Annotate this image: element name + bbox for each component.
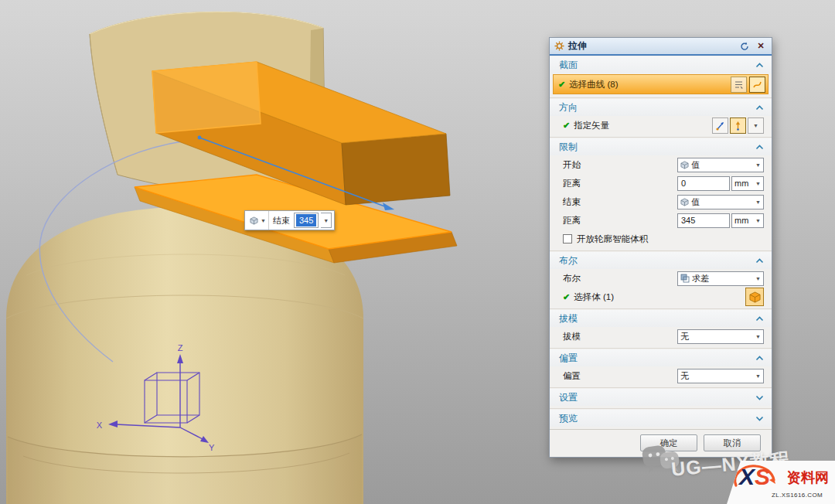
vector-options-dropdown[interactable]: ▼	[748, 117, 764, 134]
subtract-icon	[680, 274, 690, 283]
direction-header-label: 方向	[559, 101, 578, 114]
end-distance-row: 距离 345 mm ▼	[550, 211, 772, 230]
boolean-dropdown[interactable]: 求差 ▼	[677, 271, 764, 286]
selection-list-icon[interactable]	[731, 77, 747, 93]
offset-label: 偏置	[563, 370, 581, 382]
end-unit-value: mm	[734, 216, 748, 225]
select-body-label: 选择体 (1)	[574, 291, 614, 303]
end-distance-field[interactable]: 345	[677, 213, 730, 228]
end-type-value: 值	[691, 196, 700, 208]
reset-icon[interactable]	[738, 40, 751, 53]
dropdown-caret-icon: ▼	[753, 123, 758, 128]
section-header-label: 截面	[559, 59, 578, 72]
draft-type-row: 拔模 无 ▼	[550, 327, 772, 346]
select-body-row: ✔ 选择体 (1)	[550, 288, 772, 306]
chevron-up-icon	[755, 356, 764, 361]
settings-header[interactable]: 设置	[550, 389, 772, 406]
solid-body-icon	[749, 291, 761, 303]
group-boolean: 布尔 布尔 求差 ▼	[550, 251, 772, 309]
check-icon: ✔	[563, 292, 570, 302]
chevron-up-icon	[755, 105, 764, 111]
end-distance-label: 距离	[563, 215, 581, 226]
limits-header[interactable]: 限制	[550, 138, 772, 155]
draft-header[interactable]: 拔模	[550, 310, 772, 327]
boolean-header-label: 布尔	[559, 254, 578, 267]
open-profile-checkbox[interactable]	[563, 234, 572, 243]
select-curve-label: 选择曲线 (8)	[569, 79, 618, 90]
start-type-dropdown[interactable]: 值 ▼	[677, 158, 764, 172]
boolean-type-row: 布尔 求差 ▼	[550, 269, 772, 288]
extrude-section-preview[interactable]	[152, 62, 261, 133]
logo-xs-text: XS	[739, 465, 770, 489]
preview-header[interactable]: 预览	[550, 410, 772, 427]
dialog-titlebar[interactable]: 拉伸 ✕	[550, 38, 772, 56]
vector-constructor-icon[interactable]	[712, 117, 728, 134]
axis-y-label: Y	[209, 443, 215, 452]
dropdown-caret-icon: ▼	[754, 276, 761, 281]
start-distance-input[interactable]: 0	[677, 176, 730, 191]
offset-type-row: 偏置 无 ▼	[550, 366, 772, 385]
chevron-up-icon	[755, 63, 764, 68]
select-curve-row[interactable]: ✔ 选择曲线 (8)	[553, 74, 769, 94]
vector-axis-icon[interactable]	[730, 117, 746, 134]
specify-vector-row: ✔ 指定矢量	[550, 116, 772, 135]
dropdown-caret-icon: ▼	[754, 181, 761, 186]
draft-value: 无	[680, 331, 689, 342]
check-icon: ✔	[558, 80, 565, 90]
dropdown-caret-icon: ▼	[754, 373, 761, 379]
gear-icon	[554, 41, 564, 51]
dialog-title: 拉伸	[568, 39, 587, 53]
logo-site-name: 资料网	[787, 468, 829, 487]
start-distance-label: 距离	[563, 178, 581, 189]
offset-dropdown[interactable]: 无 ▼	[677, 369, 764, 383]
onscreen-end-label: 结束	[271, 215, 291, 226]
site-logo: XS 资料网 ZL.XS1616.COM	[727, 461, 835, 504]
dropdown-caret-icon: ▼	[754, 334, 761, 339]
start-label: 开始	[563, 159, 581, 171]
selected-value: 345	[296, 214, 316, 226]
offset-header[interactable]: 偏置	[550, 349, 772, 366]
close-icon[interactable]: ✕	[755, 40, 767, 53]
select-body-button[interactable]	[745, 288, 764, 306]
boolean-value: 求差	[692, 273, 709, 284]
boolean-header[interactable]: 布尔	[550, 252, 772, 269]
formula-options-dropdown[interactable]: ▼	[247, 211, 269, 230]
preview-header-label: 预览	[559, 412, 578, 425]
extrude-dialog: 拉伸 ✕ 截面 ✔ 选择曲线 (8)	[549, 37, 772, 458]
start-unit-dropdown[interactable]: mm ▼	[731, 176, 764, 191]
dropdown-caret-icon: ▼	[261, 218, 266, 223]
end-type-dropdown[interactable]: 值 ▼	[677, 195, 764, 209]
start-type-value: 值	[691, 159, 700, 171]
end-distance-input[interactable]: 345	[294, 213, 319, 228]
cube-icon	[680, 161, 689, 169]
chevron-up-icon	[755, 316, 764, 322]
group-draft: 拔模 拔模 无 ▼	[550, 309, 772, 349]
draft-label: 拔模	[563, 331, 581, 342]
draft-dropdown[interactable]: 无 ▼	[677, 329, 764, 344]
boolean-label: 布尔	[563, 273, 581, 284]
chevron-down-icon	[755, 395, 764, 400]
open-profile-row: 开放轮廓智能体积	[550, 230, 772, 248]
start-type-row: 开始 值 ▼	[550, 155, 772, 174]
start-unit-value: mm	[734, 179, 748, 188]
dropdown-caret-icon: ▼	[754, 218, 761, 223]
cube-icon	[250, 216, 258, 225]
dropdown-caret-icon: ▼	[754, 162, 761, 168]
onscreen-distance-editor: ▼ 结束 345 ▼	[244, 210, 335, 230]
group-limits: 限制 开始 值 ▼	[550, 138, 772, 251]
end-unit-dropdown[interactable]: mm ▼	[731, 213, 764, 228]
limits-header-label: 限制	[559, 141, 578, 154]
group-settings: 设置	[550, 388, 772, 409]
offset-value: 无	[680, 370, 689, 382]
value-options-dropdown[interactable]: ▼	[321, 213, 332, 228]
section-header[interactable]: 截面	[550, 56, 772, 73]
end-label: 结束	[563, 196, 581, 208]
direction-header[interactable]: 方向	[550, 99, 772, 116]
axis-x-label: X	[97, 421, 103, 430]
chevron-up-icon	[755, 258, 764, 264]
group-section: 截面 ✔ 选择曲线 (8)	[550, 56, 772, 98]
curve-rule-icon[interactable]	[749, 77, 765, 93]
start-distance-row: 距离 0 mm ▼	[550, 174, 772, 192]
cube-icon	[680, 198, 689, 206]
application-window: Z X Y ▼ 结束 345 ▼	[0, 0, 835, 504]
